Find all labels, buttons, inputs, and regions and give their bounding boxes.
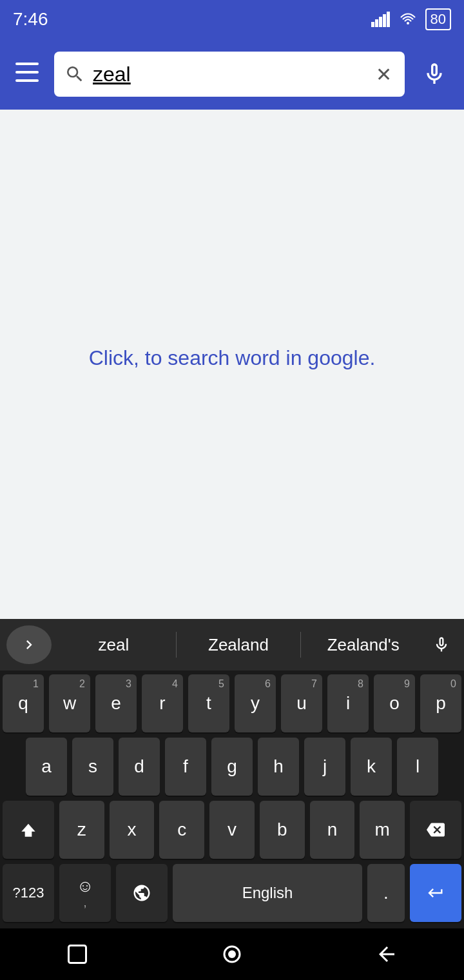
key-shift[interactable]	[3, 801, 54, 859]
key-l[interactable]: l	[397, 738, 438, 796]
svg-point-5	[407, 22, 409, 24]
svg-rect-7	[15, 71, 39, 74]
key-w[interactable]: 2w	[49, 674, 90, 732]
suggestion-zealands[interactable]: Zealand's	[301, 629, 425, 662]
key-row-2: a s d f g h j k l	[3, 738, 461, 796]
signal-icon	[371, 12, 391, 27]
nav-bar	[0, 928, 464, 980]
key-backspace[interactable]	[410, 801, 461, 859]
key-p[interactable]: 0p	[420, 674, 461, 732]
menu-icon[interactable]	[10, 55, 44, 93]
key-u[interactable]: 7u	[281, 674, 322, 732]
svg-rect-9	[69, 946, 86, 963]
svg-rect-6	[15, 63, 39, 65]
svg-rect-2	[379, 17, 382, 27]
clear-icon[interactable]: ✕	[373, 61, 394, 88]
key-y[interactable]: 6y	[235, 674, 276, 732]
key-g[interactable]: g	[211, 738, 253, 796]
app-bar: ✕	[0, 39, 464, 110]
mic-button[interactable]	[415, 55, 454, 93]
search-box: ✕	[54, 52, 405, 97]
key-x[interactable]: x	[110, 801, 155, 859]
key-o[interactable]: 9o	[374, 674, 415, 732]
battery-indicator: 80	[425, 8, 451, 30]
search-input[interactable]	[93, 63, 365, 86]
suggestion-zealand[interactable]: Zealand	[177, 629, 301, 662]
key-f[interactable]: f	[165, 738, 206, 796]
suggestion-zeal[interactable]: zeal	[52, 629, 176, 662]
key-space[interactable]: English	[173, 864, 362, 922]
search-icon	[64, 64, 85, 84]
keyboard: zeal Zealand Zealand's 1q 2w 3e 4r 5t 6y…	[0, 619, 464, 928]
status-time: 7:46	[13, 9, 48, 30]
wifi-icon	[398, 12, 418, 27]
key-row-1: 1q 2w 3e 4r 5t 6y 7u 8i 9o 0p	[3, 674, 461, 732]
key-h[interactable]: h	[258, 738, 299, 796]
key-c[interactable]: c	[159, 801, 204, 859]
key-n[interactable]: n	[310, 801, 355, 859]
key-r[interactable]: 4r	[142, 674, 183, 732]
key-emoji[interactable]: ☺,	[59, 864, 111, 922]
status-bar: 7:46 80	[0, 0, 464, 39]
svg-point-11	[228, 950, 236, 958]
key-q[interactable]: 1q	[3, 674, 44, 732]
search-prompt[interactable]: Click, to search word in google.	[76, 333, 389, 383]
key-z[interactable]: z	[59, 801, 104, 859]
key-e[interactable]: 3e	[95, 674, 137, 732]
key-enter[interactable]	[410, 864, 461, 922]
key-rows: 1q 2w 3e 4r 5t 6y 7u 8i 9o 0p a s d f g …	[0, 671, 464, 928]
key-row-bottom: ?123 ☺, English .	[3, 864, 461, 922]
key-period[interactable]: .	[367, 864, 405, 922]
key-a[interactable]: a	[26, 738, 67, 796]
svg-rect-8	[15, 79, 39, 82]
svg-rect-4	[387, 12, 390, 27]
nav-square[interactable]	[58, 935, 97, 974]
status-icons: 80	[371, 8, 451, 30]
key-d[interactable]: d	[119, 738, 160, 796]
key-symbols[interactable]: ?123	[3, 864, 54, 922]
key-globe[interactable]	[116, 864, 168, 922]
key-b[interactable]: b	[260, 801, 305, 859]
nav-back[interactable]	[367, 935, 406, 974]
key-v[interactable]: v	[209, 801, 255, 859]
key-row-3: z x c v b n m	[3, 801, 461, 859]
main-content[interactable]: Click, to search word in google.	[0, 110, 464, 606]
svg-rect-1	[375, 19, 378, 27]
svg-rect-3	[383, 14, 386, 27]
key-i[interactable]: 8i	[327, 674, 369, 732]
svg-rect-0	[371, 22, 374, 27]
key-k[interactable]: k	[351, 738, 392, 796]
suggestion-expand[interactable]	[6, 625, 52, 664]
suggestions-row: zeal Zealand Zealand's	[0, 619, 464, 671]
key-t[interactable]: 5t	[188, 674, 229, 732]
key-s[interactable]: s	[72, 738, 113, 796]
key-m[interactable]: m	[360, 801, 405, 859]
suggestion-mic[interactable]	[425, 636, 458, 654]
key-j[interactable]: j	[304, 738, 345, 796]
nav-home[interactable]	[213, 935, 251, 974]
